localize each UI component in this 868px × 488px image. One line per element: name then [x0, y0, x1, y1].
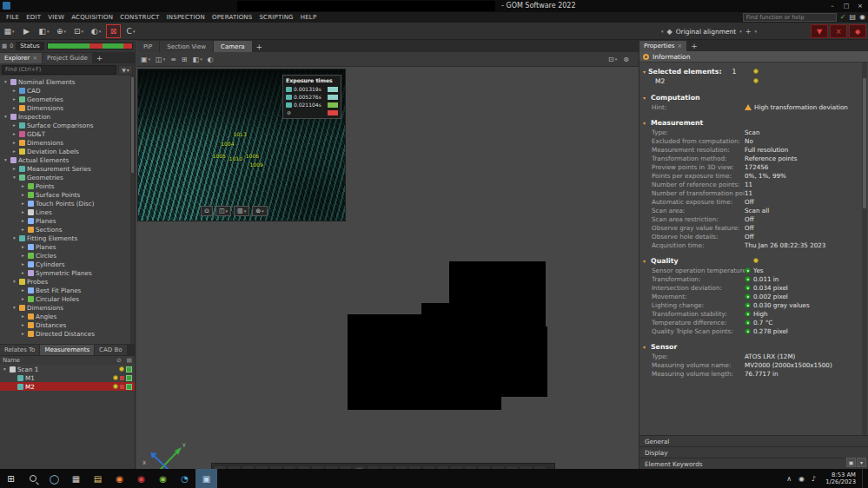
maximize-button[interactable]: □ — [839, 0, 853, 12]
caret-icon[interactable]: ▸ — [11, 166, 17, 171]
tree-item-symmetric-planes[interactable]: ▸Symmetric Planes — [0, 268, 135, 277]
tree-item-gd-t[interactable]: ▸GD&T — [0, 129, 135, 138]
tree-item-surface-points[interactable]: ▸Surface Points — [0, 190, 135, 199]
alignment-selector[interactable]: ▾ ◆ Original alignment ▾ + ▾ — [661, 24, 757, 38]
tray-icon-3[interactable]: ♪ — [808, 475, 819, 483]
caret-icon[interactable]: ▸ — [11, 96, 17, 102]
settings-button[interactable]: ⊛ — [622, 56, 630, 63]
tree-item-lines[interactable]: ▸Lines — [0, 208, 135, 216]
printer-icon[interactable]: ▤ — [849, 13, 856, 22]
capture-button[interactable]: ⊡▾ — [607, 56, 618, 63]
tree-item-dimensions[interactable]: ▸Dimensions — [0, 138, 135, 147]
list-column-icon[interactable]: ▤ — [127, 357, 132, 364]
element-row-m2[interactable]: M2 — [0, 382, 135, 391]
start-icon[interactable]: ⊞ — [0, 469, 22, 488]
caret-icon[interactable]: ▸ — [20, 261, 26, 267]
shade-button[interactable]: ◐▾ — [89, 24, 103, 38]
add-tab-button[interactable]: + — [93, 53, 107, 63]
name-column-header[interactable]: Name — [3, 357, 20, 364]
close-icon[interactable]: × — [32, 55, 37, 62]
tree-item-circles[interactable]: ▸Circles — [0, 251, 135, 260]
menu-acquisition[interactable]: ACQUISITION — [68, 14, 116, 21]
file-explorer-icon[interactable]: ▤ — [87, 469, 109, 488]
caret-icon[interactable]: ▸ — [20, 218, 26, 223]
panel-bar-display[interactable]: Display — [639, 446, 868, 458]
caret-icon[interactable]: ▾ — [3, 157, 9, 162]
sensor-stop-button[interactable]: × — [830, 24, 847, 38]
gom-app-icon[interactable]: ▣ — [195, 469, 217, 488]
close-button[interactable]: × — [853, 0, 867, 12]
edge-icon[interactable]: ◔ — [174, 469, 195, 488]
tree-item-planes[interactable]: ▸Planes — [0, 242, 135, 251]
caret-icon[interactable]: ▾ — [3, 114, 9, 119]
scrollbar-thumb[interactable] — [863, 78, 866, 208]
tree-item-sections[interactable]: ▸Sections — [0, 225, 135, 234]
camera-capture-button[interactable]: ⊙ — [201, 206, 213, 216]
zoom-fit-button[interactable]: ⊡▾ — [71, 24, 86, 38]
tab-properties[interactable]: Properties × — [639, 41, 686, 51]
fit-view-button[interactable]: ⊞ — [181, 56, 189, 63]
menu-construct[interactable]: CONSTRUCT — [116, 14, 162, 21]
close-icon[interactable]: × — [677, 43, 682, 49]
tab-relates-to[interactable]: Relates To — [0, 345, 39, 355]
menu-inspection[interactable]: INSPECTION — [163, 14, 209, 21]
tree-item-best-fit-planes[interactable]: ▸Best Fit Planes — [0, 286, 135, 294]
display-mode-button[interactable]: ◫▾ — [215, 206, 231, 216]
menu-view[interactable]: VIEW — [44, 14, 68, 21]
image-mode-button[interactable]: ▣▾ — [140, 56, 151, 63]
visibility-icon[interactable] — [126, 366, 132, 373]
caret-icon[interactable]: ▸ — [11, 131, 17, 136]
chevron-down-icon[interactable]: ▾ — [739, 29, 742, 34]
filter-button[interactable]: ▼ ▾ — [118, 65, 133, 75]
layout-button[interactable]: ◫▾ — [155, 56, 166, 63]
caret-icon[interactable]: ▸ — [20, 331, 26, 336]
section-computation-header[interactable]: ▾Computation — [643, 93, 859, 102]
tree-scrollbar[interactable] — [130, 76, 135, 344]
tree-item-surface-comparisons[interactable]: ▸Surface Comparisons — [0, 121, 135, 129]
transform-button[interactable]: ⊕▾ — [54, 24, 69, 38]
list-button[interactable]: ≡ — [169, 56, 177, 63]
keywords-edit-button[interactable]: ▣ — [846, 458, 856, 467]
panel-bar-general[interactable]: General — [639, 435, 868, 446]
caret-icon[interactable]: ▾ — [3, 79, 9, 84]
menu-help[interactable]: HELP — [297, 14, 321, 21]
panel-bar-element-keywords[interactable]: Element Keywords — [639, 458, 868, 469]
task-view-icon[interactable]: ▦ — [65, 469, 87, 488]
section-caret-icon[interactable]: ▾ — [643, 120, 648, 126]
tree-item-geometries[interactable]: ▾Geometries — [0, 173, 135, 181]
tree-item-cad[interactable]: ▸CAD — [0, 86, 135, 95]
menu-edit[interactable]: EDIT — [23, 14, 44, 21]
menu-operations[interactable]: OPERATIONS — [209, 14, 256, 21]
tab-pip[interactable]: PiP — [136, 41, 159, 52]
opera-icon[interactable]: ◉ — [130, 469, 152, 488]
section-caret-icon[interactable]: ▾ — [643, 258, 648, 264]
add-tab-button[interactable]: + — [687, 41, 701, 51]
caret-icon[interactable]: ▾ — [2, 366, 8, 372]
tab-project-guide[interactable]: Project Guide — [43, 53, 92, 63]
caret-icon[interactable]: ▸ — [20, 209, 26, 214]
caret-icon[interactable]: ▾ — [11, 279, 17, 284]
tab-measurements[interactable]: Measurements — [40, 345, 94, 355]
tree-item-dimensions[interactable]: ▾Dimensions — [0, 303, 135, 312]
measure-button[interactable]: ◧▾ — [36, 24, 51, 38]
tree-item-measurement-series[interactable]: ▸Measurement Series — [0, 164, 135, 173]
tree-item-touch-points-disc[interactable]: ▸Touch Points (Disc) — [0, 199, 135, 208]
element-row-scan-1[interactable]: ▾Scan 1 — [0, 365, 135, 373]
caret-icon[interactable]: ▸ — [11, 148, 17, 154]
tree-item-planes[interactable]: ▸Planes — [0, 216, 135, 225]
caret-icon[interactable]: ▸ — [20, 227, 26, 232]
caret-icon[interactable]: ▾ — [11, 235, 17, 241]
taskbar-clock[interactable]: 8:53 AM 1/26/2023 — [819, 472, 862, 485]
tree-item-dimensions[interactable]: ▸Dimensions — [0, 103, 135, 112]
menu-scripting[interactable]: SCRIPTING — [255, 14, 296, 21]
menu-file[interactable]: FILE — [3, 14, 23, 21]
section-quality-header[interactable]: ▾Quality — [643, 256, 859, 266]
status-tab[interactable]: Status — [16, 42, 43, 50]
refresh-button[interactable]: C▾ — [123, 24, 138, 38]
caret-icon[interactable]: ▸ — [20, 183, 26, 188]
chevron-down-icon[interactable]: ▾ — [754, 29, 757, 34]
tray-icon-2[interactable]: ◉ — [795, 475, 808, 483]
firefox-icon[interactable]: ◉ — [109, 469, 130, 488]
tree-item-nominal-elements[interactable]: ▾Nominal Elements — [0, 77, 135, 86]
minimize-button[interactable]: – — [825, 0, 839, 12]
